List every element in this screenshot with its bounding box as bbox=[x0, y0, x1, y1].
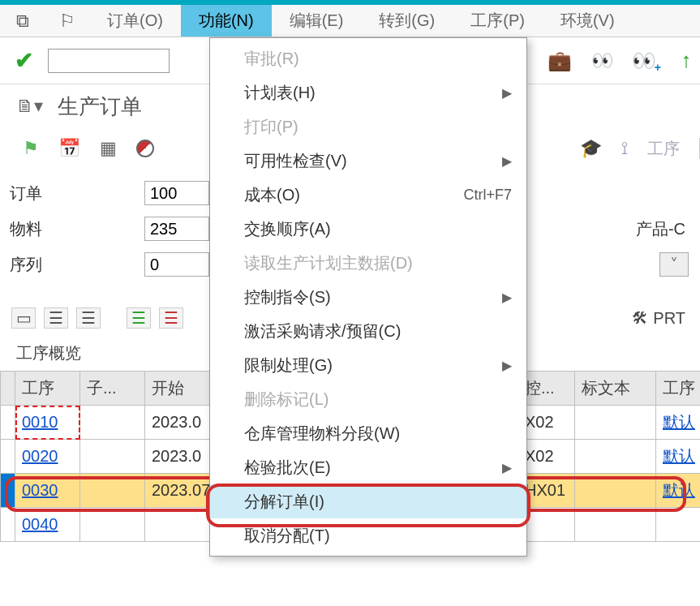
shortcut-text: Ctrl+F7 bbox=[463, 187, 512, 204]
dd-control[interactable]: 控制指令(S)▶ bbox=[210, 280, 526, 314]
menubar: ⧉ ⚐ 订单(O) 功能(N) 编辑(E) 转到(G) 工序(P) 环境(V) bbox=[0, 5, 700, 37]
pie-icon[interactable] bbox=[136, 140, 154, 157]
flag-outline-icon[interactable]: ⚐ bbox=[45, 11, 89, 32]
calendar-icon[interactable]: 📅 bbox=[58, 138, 80, 159]
col-sub[interactable]: 子... bbox=[80, 372, 145, 406]
menu-operation[interactable]: 工序(P) bbox=[453, 5, 543, 37]
dd-restrict[interactable]: 限制处理(G)▶ bbox=[210, 348, 526, 382]
tbl-btn-del[interactable]: ☰ bbox=[159, 307, 183, 329]
menu-edit[interactable]: 编辑(E) bbox=[272, 5, 362, 37]
op-cell[interactable]: 0020 bbox=[15, 440, 80, 474]
flag-icon[interactable]: ⚑ bbox=[23, 138, 39, 159]
functions-dropdown: 审批(R) 计划表(H)▶ 打印(P) 可用性检查(V)▶ 成本(O)Ctrl+… bbox=[209, 37, 527, 557]
dd-split-order[interactable]: 分解订单(I) bbox=[210, 484, 526, 518]
grid-icon[interactable]: ▦ bbox=[100, 138, 117, 159]
col-op[interactable]: 工序 bbox=[15, 372, 80, 406]
briefcase-icon[interactable]: 💼 bbox=[546, 49, 573, 72]
binoculars-icon[interactable]: 👀 bbox=[588, 50, 616, 71]
op-cell[interactable]: 0040 bbox=[15, 508, 80, 542]
dd-cancel-alloc[interactable]: 取消分配(T) bbox=[210, 518, 526, 552]
binoculars-add-icon[interactable]: 👀+ bbox=[630, 49, 658, 72]
menu-goto[interactable]: 转到(G) bbox=[361, 5, 453, 37]
sequence-field[interactable] bbox=[144, 252, 209, 277]
material-desc: 产品-C bbox=[636, 218, 694, 240]
submenu-arrow-icon: ▶ bbox=[502, 85, 512, 101]
dd-inspect[interactable]: 检验批次(E)▶ bbox=[210, 450, 526, 484]
dd-availability[interactable]: 可用性检查(V)▶ bbox=[210, 144, 526, 178]
row-select-marker[interactable] bbox=[1, 474, 15, 508]
dd-print: 打印(P) bbox=[210, 110, 526, 144]
submenu-arrow-icon: ▶ bbox=[502, 460, 512, 475]
dd-wm-split[interactable]: 仓库管理物料分段(W) bbox=[210, 416, 526, 450]
up-arrow-icon[interactable]: ↑ bbox=[672, 48, 700, 73]
op-cell[interactable]: 0010 bbox=[15, 406, 80, 440]
command-input[interactable] bbox=[48, 49, 170, 73]
dd-read-master: 读取生产计划主数据(D) bbox=[210, 246, 526, 280]
dd-cost[interactable]: 成本(O)Ctrl+F7 bbox=[210, 178, 526, 212]
tbl-btn-2[interactable]: ☰ bbox=[44, 307, 68, 329]
order-field[interactable] bbox=[144, 181, 209, 205]
page-title: 生产订单 bbox=[58, 92, 142, 121]
col-last[interactable]: 工序 bbox=[656, 372, 701, 406]
material-field[interactable] bbox=[144, 217, 209, 241]
sequence-label: 序列 bbox=[6, 254, 144, 276]
prt-button[interactable]: 🛠 PRT bbox=[632, 309, 685, 328]
dropdown-toggle[interactable]: ˅ bbox=[659, 252, 689, 277]
menu-environment[interactable]: 环境(V) bbox=[543, 5, 633, 37]
tbl-btn-add[interactable]: ☰ bbox=[127, 307, 151, 329]
dd-plan-table[interactable]: 计划表(H)▶ bbox=[210, 75, 526, 110]
wrench-icon: 🛠 bbox=[632, 309, 648, 328]
order-label: 订单 bbox=[6, 183, 144, 204]
submenu-arrow-icon: ▶ bbox=[502, 153, 512, 169]
document-icon[interactable]: 🗎▾ bbox=[16, 96, 43, 117]
ok-icon[interactable]: ✔ bbox=[15, 47, 33, 74]
operation-label: 工序 bbox=[647, 138, 680, 160]
menu-orders[interactable]: 订单(O) bbox=[89, 5, 181, 37]
operation-screw-icon[interactable]: ⟟ bbox=[621, 138, 628, 159]
menu-functions[interactable]: 功能(N) bbox=[181, 5, 272, 37]
dd-activate-pr[interactable]: 激活采购请求/预留(C) bbox=[210, 314, 526, 348]
tbl-btn-1[interactable]: ▭ bbox=[11, 307, 36, 329]
dd-swap[interactable]: 交换顺序(A) bbox=[210, 212, 526, 246]
dd-delete-flag: 删除标记(L) bbox=[210, 382, 526, 416]
graduation-icon[interactable]: 🎓 bbox=[580, 138, 602, 159]
submenu-arrow-icon: ▶ bbox=[502, 358, 512, 373]
tbl-btn-3[interactable]: ☰ bbox=[76, 307, 101, 329]
col-txt[interactable]: 标文本 bbox=[575, 372, 656, 406]
dd-review: 审批(R) bbox=[210, 41, 526, 75]
op-cell[interactable]: 0030 bbox=[15, 474, 80, 508]
layout-icon[interactable]: ⧉ bbox=[0, 11, 45, 32]
material-label: 物料 bbox=[6, 218, 144, 240]
submenu-arrow-icon: ▶ bbox=[502, 290, 512, 305]
